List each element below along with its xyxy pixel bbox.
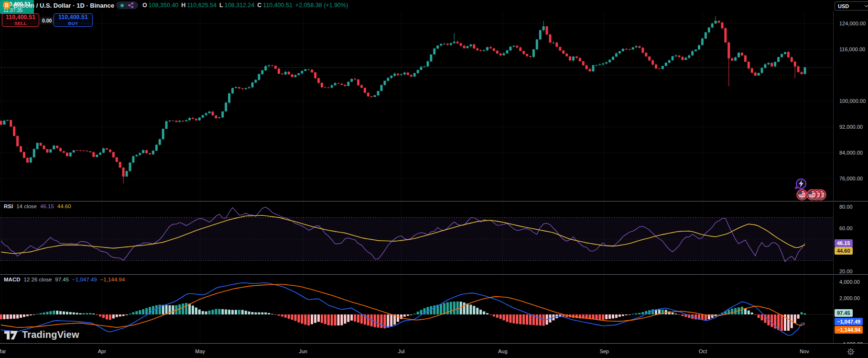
low-value: 108,312.24 (225, 2, 255, 9)
buy-button[interactable]: 110,400.51 BUY (54, 13, 93, 27)
currency-value: USD (838, 3, 849, 9)
macd-signal-value: −1,144.94 (100, 277, 125, 282)
price-axis-label: 92,000.00 (839, 124, 863, 130)
rsi-ma-value-badge: 44.60 (835, 247, 853, 255)
close-value: 110,400.51 (263, 2, 293, 9)
currency-selector[interactable]: USD (835, 1, 868, 11)
chart-header: B Bitcoin / U.S. Dollar · 1D · Binance O… (0, 0, 833, 11)
time-axis[interactable]: MarAprMayJunJulAugSepOctNov (0, 344, 868, 358)
time-axis-month-label: Jun (293, 348, 313, 354)
time-axis-month-label: May (191, 348, 210, 354)
economic-event-flag-icons[interactable] (797, 190, 826, 200)
chevron-down-icon (864, 5, 868, 8)
event-markers (789, 176, 833, 202)
time-axis-month-label: Sep (595, 348, 614, 354)
watermark-text: TradingView (22, 329, 79, 340)
macd-legend[interactable]: MACD 12 26 close 97.45 −1,047.49 −1,144.… (4, 277, 125, 282)
rsi-params: 14 close (16, 203, 37, 209)
market-open-dot-icon (120, 4, 124, 7)
macd-signal-badge: −1,144.94 (835, 326, 863, 334)
rsi-line-value: 46.15 (40, 203, 54, 209)
time-axis-month-label: Mar (0, 348, 11, 354)
low-label: L (219, 2, 223, 9)
tradingview-watermark[interactable]: TradingView (4, 328, 79, 341)
buy-label: BUY (68, 21, 78, 26)
tradingview-logo-icon (4, 328, 18, 341)
sell-price: 110,400.51 (6, 14, 35, 21)
share-icon (128, 2, 134, 9)
tradingview-chart-window: B Bitcoin / U.S. Dollar · 1D · Binance O… (0, 0, 868, 358)
high-label: H (181, 2, 185, 9)
macd-line-value: −1,047.49 (72, 277, 97, 282)
open-value: 108,350.40 (149, 2, 179, 9)
price-axis-label: 76,000.00 (839, 176, 863, 181)
lightning-event-icon[interactable] (794, 179, 806, 190)
spread-value: 0.00 (40, 17, 54, 24)
chart-canvas[interactable] (0, 0, 868, 358)
rsi-axis-label: 20.00 (839, 268, 853, 274)
rsi-ma-value: 44.60 (57, 203, 71, 209)
open-label: O (142, 2, 147, 9)
high-value: 110,625.54 (187, 2, 217, 9)
macd-line-badge: −1,047.49 (835, 318, 863, 325)
macd-params: 12 26 close (24, 277, 52, 282)
rsi-value-badge: 46.15 (835, 239, 853, 247)
time-axis-month-label: Aug (493, 348, 512, 354)
time-axis-month-label: Nov (795, 348, 814, 354)
close-label: C (257, 2, 261, 9)
gear-icon[interactable] (847, 348, 855, 356)
ohlc-readout: O 108,350.40 H 110,625.54 L 108,312.24 C… (142, 2, 348, 9)
bitcoin-logo-icon: B (3, 1, 11, 9)
macd-hist-badge: 97.45 (835, 309, 853, 317)
sell-button[interactable]: 110,400.51 SELL (2, 13, 39, 27)
macd-name: MACD (4, 277, 21, 282)
macd-axis-label: 4,000.00 (839, 279, 860, 285)
buy-price: 110,400.51 (58, 14, 88, 21)
rsi-name: RSI (4, 203, 13, 209)
symbol-title[interactable]: Bitcoin / U.S. Dollar · 1D · Binance (13, 2, 114, 9)
change-value: +2,058.38 (+1.90%) (295, 2, 348, 9)
time-axis-month-label: Oct (694, 348, 713, 354)
rsi-axis-label: 60.00 (839, 225, 853, 231)
time-axis-month-label: Jul (391, 348, 411, 354)
price-axis-label: 116,000.00 (839, 46, 865, 52)
macd-hist-value: 97.45 (55, 277, 69, 282)
macd-axis-label: 2,000.00 (839, 295, 860, 301)
sell-label: SELL (14, 21, 26, 26)
price-axis-label: 84,000.00 (839, 150, 863, 156)
rsi-legend[interactable]: RSI 14 close 46.15 44.60 (4, 203, 71, 209)
price-axis-label: 124,000.00 (839, 21, 866, 26)
rsi-axis-label: 80.00 (839, 204, 853, 210)
time-axis-month-label: Apr (92, 348, 111, 354)
market-status-pill[interactable] (116, 1, 138, 9)
price-axis-label: 100,000.00 (839, 98, 866, 104)
